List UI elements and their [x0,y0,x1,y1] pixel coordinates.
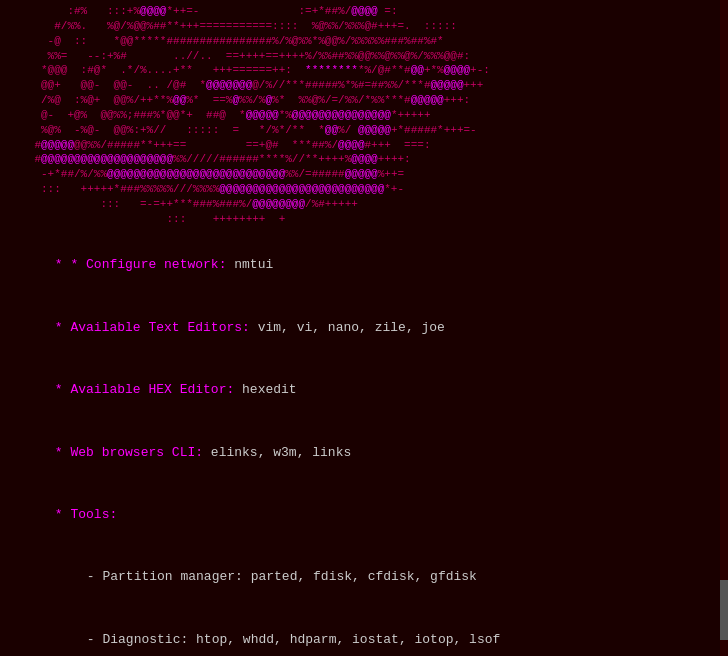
tools-label: Tools: [70,507,117,522]
terminal: :#% :::+%@@@@*++=- :=+*##%/@@@@ =: #/%%.… [0,0,728,656]
hex-editor-value: hexedit [234,382,296,397]
scrollbar-thumb[interactable] [720,580,728,640]
tools-partition-line: - Partition manager: parted, fdisk, cfdi… [8,547,720,609]
web-browsers-value: elinks, w3m, links [203,445,351,460]
web-browsers-line: * Web browsers CLI: elinks, w3m, links [8,422,720,484]
tools-header-line: * Tools: [8,484,720,546]
asterisk-1: * [55,257,71,272]
configure-network-label: * Configure network: [70,257,226,272]
tools-diagnostic-line: - Diagnostic: htop, whdd, hdparm, iostat… [8,609,720,656]
asterisk-5: * [55,507,71,522]
web-browsers-label: Web browsers CLI: [70,445,203,460]
hex-editor-label: Available HEX Editor: [70,382,234,397]
asterisk-3: * [55,382,71,397]
configure-network-value: nmtui [226,257,273,272]
partition-label: Partition manager: [102,569,250,584]
configure-network-line: * * Configure network: nmtui [8,235,720,297]
asterisk-2: * [55,320,71,335]
partition-value: parted, fdisk, cfdisk, gfdisk [251,569,477,584]
scrollbar[interactable] [720,0,728,656]
diagnostic-label: Diagnostic: [102,632,196,647]
asterisk-4: * [55,445,71,460]
hex-editor-line: * Available HEX Editor: hexedit [8,359,720,421]
text-editors-value: vim, vi, nano, zile, joe [250,320,445,335]
ascii-art: :#% :::+%@@@@*++=- :=+*##%/@@@@ =: #/%%.… [8,4,720,227]
info-section: * * Configure network: nmtui * Available… [8,235,720,656]
diagnostic-value: htop, whdd, hdparm, iostat, iotop, lsof [196,632,500,647]
text-editors-line: * Available Text Editors: vim, vi, nano,… [8,297,720,359]
text-editors-label: Available Text Editors: [70,320,249,335]
